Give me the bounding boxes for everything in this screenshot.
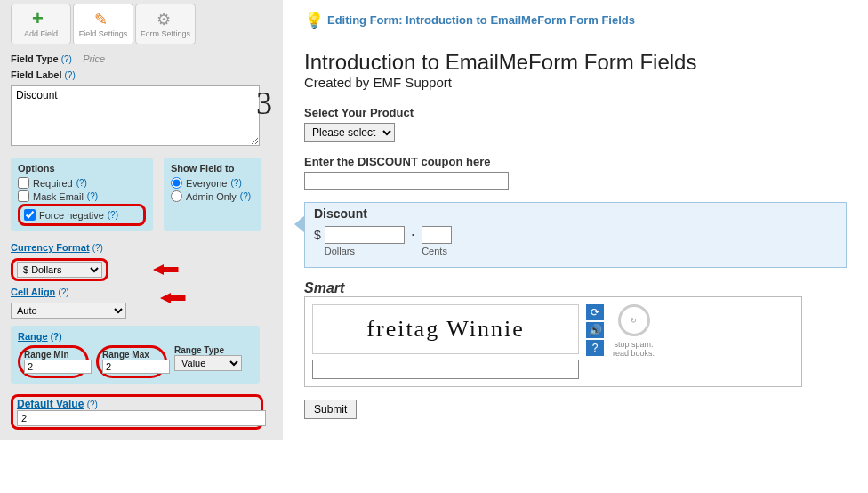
range-max-label: Range Max xyxy=(102,350,161,360)
help-icon[interactable]: (?) xyxy=(65,70,76,80)
annotation-arrow-icon xyxy=(160,290,187,306)
help-icon[interactable]: (?) xyxy=(240,191,251,201)
captcha-input[interactable] xyxy=(312,360,579,379)
coupon-label: Enter the DISCOUNT coupon here xyxy=(304,155,847,168)
form-creator: Created by EMF Support xyxy=(304,75,847,90)
help-icon[interactable]: (?) xyxy=(58,287,68,297)
default-value-input[interactable] xyxy=(17,410,266,426)
submit-button[interactable]: Submit xyxy=(304,400,357,419)
field-label-input[interactable]: Discount xyxy=(11,85,260,146)
admin-only-label: Admin Only xyxy=(186,191,237,202)
form-preview: 💡 Editing Form: Introduction to EmailMeF… xyxy=(283,0,868,440)
cell-align-label: Cell Align xyxy=(11,287,55,297)
product-select[interactable]: Please select xyxy=(304,123,395,142)
captcha-image: freitag Winnie xyxy=(312,304,579,354)
coupon-input[interactable] xyxy=(304,172,509,190)
tab-label: Add Field xyxy=(24,29,58,38)
dollars-input[interactable] xyxy=(325,226,405,244)
options-panel: Options Required (?) Mask Email (?) Forc… xyxy=(11,158,153,231)
captcha-audio-icon[interactable]: 🔊 xyxy=(586,322,604,338)
captcha-help-icon[interactable]: ? xyxy=(586,340,604,356)
range-type-select[interactable]: Value xyxy=(174,355,242,371)
field-label-label: Field Label xyxy=(11,69,61,80)
everyone-label: Everyone xyxy=(186,178,227,189)
field-type-row: Field Type (?) Price xyxy=(11,53,272,64)
field-settings-sidebar: + Add Field ✎ Field Settings ⚙ Form Sett… xyxy=(0,0,283,440)
form-title: Introduction to EmailMeForm Form Fields xyxy=(304,50,847,75)
range-panel: Range (?) Range Min Range Max Range Type… xyxy=(11,326,260,384)
currency-format-select[interactable]: $ Dollars xyxy=(17,262,102,278)
help-icon[interactable]: (?) xyxy=(61,54,72,64)
required-label: Required xyxy=(33,178,73,189)
range-max-input[interactable] xyxy=(102,360,170,374)
plus-icon: + xyxy=(32,10,50,28)
show-field-title: Show Field to xyxy=(171,163,254,174)
tab-add-field[interactable]: + Add Field xyxy=(11,4,71,44)
tab-form-settings[interactable]: ⚙ Form Settings xyxy=(135,4,196,44)
cents-input[interactable] xyxy=(422,226,452,244)
editing-bar: 💡 Editing Form: Introduction to EmailMeF… xyxy=(304,11,847,28)
range-type-label: Range Type xyxy=(174,345,245,355)
mask-email-label: Mask Email xyxy=(33,191,84,202)
tab-field-settings[interactable]: ✎ Field Settings xyxy=(73,4,133,44)
decimal-dot: . xyxy=(408,226,418,238)
range-min-input[interactable] xyxy=(24,360,92,374)
required-checkbox[interactable] xyxy=(18,177,29,189)
captcha-title: Smart xyxy=(304,280,847,296)
svg-marker-0 xyxy=(160,293,186,303)
help-icon[interactable]: (?) xyxy=(76,178,87,188)
currency-format-label: Currency Format xyxy=(11,242,90,253)
cell-align-select[interactable]: Auto xyxy=(11,303,126,319)
help-icon[interactable]: (?) xyxy=(92,243,103,253)
field-type-value: Price xyxy=(83,53,105,64)
recaptcha-brand: ↻ stop spam. read books. xyxy=(613,304,655,358)
currency-symbol: $ xyxy=(314,226,321,242)
cents-sublabel: Cents xyxy=(422,246,452,256)
range-title: Range xyxy=(18,331,48,342)
product-label: Select Your Product xyxy=(304,106,847,119)
help-icon[interactable]: (?) xyxy=(87,191,98,201)
recap-tagline-2: read books. xyxy=(613,349,655,358)
discount-label: Discount xyxy=(314,206,837,221)
default-value-label: Default Value xyxy=(17,398,84,410)
gear-icon: ⚙ xyxy=(157,10,174,28)
field-type-label: Field Type xyxy=(11,53,59,64)
help-icon[interactable]: (?) xyxy=(51,332,62,342)
product-section: Select Your Product Please select xyxy=(304,106,847,142)
help-icon[interactable]: (?) xyxy=(230,178,241,188)
tab-label: Form Settings xyxy=(141,29,190,38)
force-negative-checkbox[interactable] xyxy=(24,209,36,221)
captcha-reload-icon[interactable]: ⟳ xyxy=(586,304,604,320)
step-number: 3 xyxy=(256,85,272,122)
range-min-label: Range Min xyxy=(24,350,83,360)
show-field-panel: Show Field to Everyone (?) Admin Only (?… xyxy=(164,158,261,231)
pencil-icon: ✎ xyxy=(94,10,112,28)
lightbulb-icon: 💡 xyxy=(304,11,322,28)
tab-label: Field Settings xyxy=(79,29,128,38)
field-label-row: Field Label (?) xyxy=(11,69,272,80)
recaptcha-logo-icon: ↻ xyxy=(618,304,650,336)
svg-marker-1 xyxy=(153,264,179,275)
editing-text: Editing Form: Introduction to EmailMeFor… xyxy=(327,13,635,27)
sidebar-tabs: + Add Field ✎ Field Settings ⚙ Form Sett… xyxy=(11,0,272,44)
help-icon[interactable]: (?) xyxy=(108,210,118,220)
recap-tagline-1: stop spam. xyxy=(615,340,654,349)
everyone-radio[interactable] xyxy=(171,177,182,189)
dollars-sublabel: Dollars xyxy=(325,246,405,256)
captcha-widget: freitag Winnie ⟳ 🔊 ? ↻ stop spam. read b… xyxy=(304,296,802,387)
options-title: Options xyxy=(18,163,146,174)
annotation-arrow-icon xyxy=(153,262,180,278)
help-icon[interactable]: (?) xyxy=(87,400,98,409)
coupon-section: Enter the DISCOUNT coupon here xyxy=(304,155,847,190)
discount-field[interactable]: Discount $ Dollars . Cents xyxy=(304,202,847,268)
admin-only-radio[interactable] xyxy=(171,190,182,202)
mask-email-checkbox[interactable] xyxy=(18,190,29,202)
force-negative-label: Force negative xyxy=(39,210,104,221)
